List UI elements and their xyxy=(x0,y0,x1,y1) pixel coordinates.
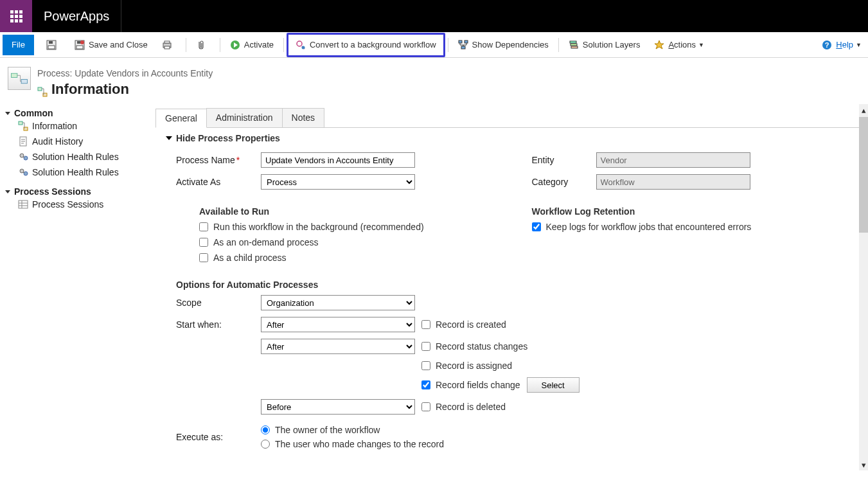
tab-administration[interactable]: Administration xyxy=(206,108,283,127)
record-fields-label: Record fields change xyxy=(436,380,520,390)
save-button[interactable] xyxy=(39,36,67,54)
scrollbar-track[interactable]: ▴ ▾ xyxy=(859,104,868,470)
on-demand-checkbox[interactable] xyxy=(199,238,208,247)
svg-rect-4 xyxy=(76,46,83,49)
entity-field xyxy=(596,152,750,168)
convert-workflow-button[interactable]: Convert to a background workflow xyxy=(295,36,437,54)
sidebar-item-process-sessions[interactable]: Process Sessions xyxy=(5,197,148,212)
chevron-down-icon: ▼ xyxy=(698,42,704,48)
help-link[interactable]: ? Help ▼ xyxy=(822,40,862,50)
sidebar-item-solution-health-2[interactable]: Solution Health Rules xyxy=(5,165,148,180)
svg-point-29 xyxy=(24,156,28,160)
tab-notes[interactable]: Notes xyxy=(282,108,325,127)
sidebar-item-information[interactable]: Information xyxy=(5,118,148,134)
breadcrumb: Process: Update Vendors in Accounts Enti… xyxy=(37,68,213,78)
select-fields-button[interactable]: Select xyxy=(527,377,580,393)
tab-general[interactable]: General xyxy=(155,109,207,128)
show-dependencies-button[interactable]: Show Dependencies xyxy=(451,36,556,54)
convert-label: Convert to a background workflow xyxy=(310,40,436,49)
tab-strip: General Administration Notes xyxy=(155,108,862,128)
svg-point-12 xyxy=(301,46,305,49)
app-launcher-button[interactable] xyxy=(0,0,32,32)
activate-button[interactable]: Activate xyxy=(223,36,281,54)
print-icon xyxy=(162,40,172,50)
activate-as-select[interactable]: Process xyxy=(261,174,415,190)
execute-user-radio[interactable] xyxy=(261,440,270,449)
attach-button[interactable] xyxy=(189,36,217,54)
svg-rect-16 xyxy=(570,41,576,43)
help-label-tail: elp xyxy=(842,40,853,49)
show-deps-label: Show Dependencies xyxy=(472,40,549,49)
file-button[interactable]: File xyxy=(3,35,34,55)
svg-rect-32 xyxy=(19,201,28,208)
svg-rect-1 xyxy=(48,46,55,49)
record-status-checkbox[interactable] xyxy=(421,342,430,351)
caret-down-icon xyxy=(5,190,10,193)
ribbon-divider xyxy=(186,38,186,52)
record-assigned-checkbox[interactable] xyxy=(421,361,430,370)
svg-point-6 xyxy=(80,40,84,44)
waffle-icon xyxy=(10,10,22,22)
process-name-input[interactable] xyxy=(261,152,415,168)
record-deleted-checkbox[interactable] xyxy=(421,402,430,411)
scope-select[interactable]: Organization xyxy=(261,295,415,310)
svg-rect-17 xyxy=(571,44,577,46)
convert-workflow-button-highlighted: Convert to a background workflow xyxy=(287,33,445,57)
svg-rect-15 xyxy=(461,46,465,49)
child-process-checkbox[interactable] xyxy=(199,253,208,262)
attachment-icon xyxy=(196,40,206,50)
start-when-select-1[interactable]: After xyxy=(261,317,415,332)
start-when-select-3[interactable]: Before xyxy=(261,399,415,415)
svg-rect-8 xyxy=(164,41,170,43)
category-field xyxy=(596,174,750,190)
sidebar-section-sessions[interactable]: Process Sessions xyxy=(5,186,148,197)
triangle-down-icon xyxy=(166,136,172,140)
record-fields-checkbox[interactable] xyxy=(421,380,430,389)
start-when-select-2[interactable]: After xyxy=(261,339,415,354)
grid-icon xyxy=(18,199,28,210)
record-created-label: Record is created xyxy=(436,319,506,330)
dependencies-icon xyxy=(458,40,468,50)
save-icon xyxy=(46,40,57,50)
record-created-checkbox[interactable] xyxy=(421,320,430,329)
hide-properties-toggle[interactable]: Hide Process Properties xyxy=(166,133,862,143)
main-content: General Administration Notes Hide Proces… xyxy=(153,104,868,470)
keep-logs-checkbox[interactable] xyxy=(532,222,541,231)
sidebar-item-label: Solution Health Rules xyxy=(32,167,119,177)
svg-text:?: ? xyxy=(825,41,829,49)
sidebar-item-audit-history[interactable]: Audit History xyxy=(5,134,148,149)
ribbon-toolbar: File Save and Close Activate Co xyxy=(0,32,868,58)
sidebar-item-label: Process Sessions xyxy=(32,199,103,210)
actions-dropdown[interactable]: Actions ▼ xyxy=(647,36,711,54)
sidebar-section-common[interactable]: Common xyxy=(5,108,148,118)
activate-as-label: Activate As xyxy=(176,177,261,187)
execute-owner-radio[interactable] xyxy=(261,425,270,434)
entity-label: Entity xyxy=(532,155,596,165)
page-header: Process: Update Vendors in Accounts Enti… xyxy=(0,58,868,104)
scrollbar-thumb[interactable] xyxy=(859,117,868,233)
workflow-icon xyxy=(37,84,48,94)
auto-options-heading: Options for Automatic Processes xyxy=(176,280,862,290)
sidebar-sessions-label: Process Sessions xyxy=(14,186,91,197)
scroll-up-arrow[interactable]: ▴ xyxy=(859,104,868,116)
record-assigned-label: Record is assigned xyxy=(436,361,512,371)
print-button[interactable] xyxy=(155,36,183,54)
sidebar-item-solution-health-1[interactable]: Solution Health Rules xyxy=(5,149,148,165)
run-background-checkbox[interactable] xyxy=(199,222,208,231)
save-and-close-button[interactable]: Save and Close xyxy=(67,36,155,54)
svg-rect-18 xyxy=(571,46,578,48)
execute-user-label: The user who made changes to the record xyxy=(275,439,444,449)
scope-label: Scope xyxy=(176,298,261,308)
ribbon-divider xyxy=(558,38,559,52)
brand-title: PowerApps xyxy=(32,9,121,24)
convert-icon xyxy=(296,40,306,50)
svg-rect-9 xyxy=(164,46,170,49)
top-bar: PowerApps xyxy=(0,0,868,32)
ribbon-divider xyxy=(448,38,448,52)
solution-layers-button[interactable]: Solution Layers xyxy=(562,36,648,54)
layers-icon xyxy=(569,40,579,50)
scroll-down-arrow[interactable]: ▾ xyxy=(859,459,868,470)
keep-logs-label: Keep logs for workflow jobs that encount… xyxy=(546,222,752,232)
category-label: Category xyxy=(532,177,596,187)
child-process-label: As a child process xyxy=(213,253,287,263)
